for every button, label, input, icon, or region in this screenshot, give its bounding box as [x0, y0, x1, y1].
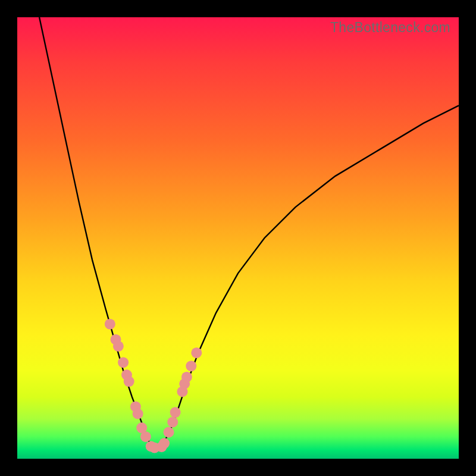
- highlight-dot: [164, 427, 174, 438]
- highlight-dot: [170, 407, 181, 418]
- highlight-dot: [159, 438, 170, 449]
- highlight-dot: [140, 431, 151, 442]
- highlight-dot: [191, 347, 202, 358]
- plot-area: TheBottleneck.com: [17, 17, 459, 459]
- highlight-dot: [181, 372, 192, 383]
- bottleneck-curve: [39, 17, 459, 448]
- chart-frame: TheBottleneck.com: [0, 0, 476, 476]
- highlight-dot: [105, 319, 115, 330]
- highlight-dot: [133, 408, 143, 419]
- highlight-dots-group: [105, 319, 202, 453]
- highlight-dot: [124, 376, 134, 387]
- curve-layer: [17, 17, 459, 459]
- highlight-dot: [186, 361, 196, 371]
- highlight-dot: [167, 416, 178, 427]
- highlight-dot: [118, 357, 129, 368]
- highlight-dot: [113, 341, 124, 352]
